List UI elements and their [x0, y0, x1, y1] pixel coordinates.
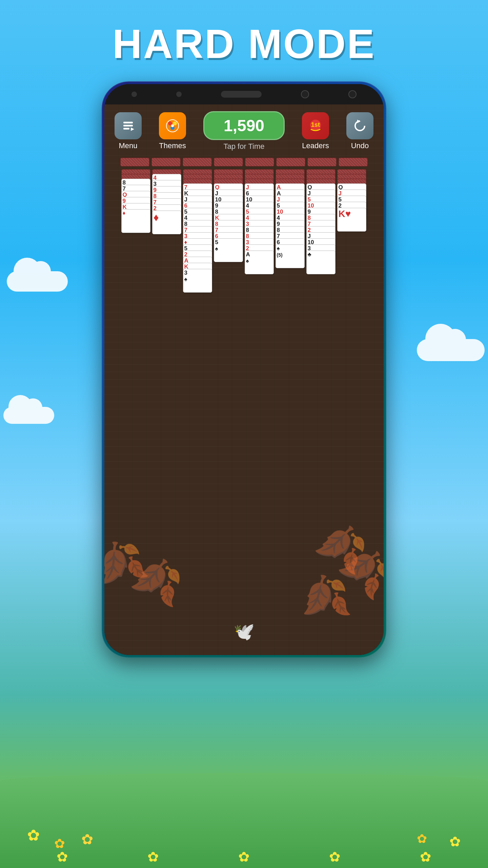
leaders-button[interactable]: 1st Leaders — [302, 112, 329, 150]
notch-dot-left — [131, 92, 137, 97]
tap-time-label: Tap for Time — [223, 142, 264, 151]
svg-rect-0 — [123, 122, 133, 123]
flower-left-3: ✿ — [81, 831, 93, 848]
score-container[interactable]: 1,590 Tap for Time — [203, 111, 285, 151]
notch-camera — [301, 90, 309, 98]
menu-button[interactable]: Menu — [115, 112, 142, 150]
col6-c11[interactable]: ♠(5) — [276, 244, 305, 268]
leaders-icon: 1st — [302, 112, 329, 139]
themes-label: Themes — [159, 141, 186, 150]
cloud-1 — [7, 271, 68, 292]
col-8: Q♠ J♦ 5♠ 2♠ K♥ — [337, 169, 367, 293]
svg-rect-1 — [123, 125, 133, 126]
col-3: 7♥ K♣ J♣ 6♥ 5♠ 4♠ 8♠ 7♣ 3♦ ♦ 5♠ 2♥ — [183, 169, 213, 293]
phone-notch — [104, 84, 384, 104]
col3-c15[interactable]: 3♠ — [183, 269, 212, 293]
flower-4: ✿ — [329, 849, 341, 865]
flower-3: ✿ — [238, 849, 250, 865]
cloud-2 — [3, 407, 54, 424]
flower-right-2: ✿ — [417, 832, 427, 846]
foundation-slot-1 — [120, 158, 149, 166]
svg-marker-11 — [357, 120, 361, 123]
foundation-slot-5 — [245, 158, 274, 166]
leaf-2: 🍂 — [126, 551, 187, 610]
col-4: Q♥ J♥ 10♠ 9♣ 8♣ K♠ 8♥ 7♥ 6♦ 5♠ — [214, 169, 244, 293]
col2-c7[interactable]: ♦ — [152, 211, 181, 234]
leaf-5: 🍂 — [309, 515, 373, 578]
game-screen: 🍂 🍂 🍂 🍂 🍂 Menu — [104, 84, 384, 655]
col8-c5[interactable]: K♥ — [337, 208, 366, 232]
foundation-slot-4 — [214, 158, 243, 166]
svg-rect-2 — [123, 128, 129, 130]
grass-flowers: ✿ ✿ ✿ ✿ ✿ — [0, 849, 488, 865]
flower-2: ✿ — [147, 849, 159, 865]
undo-button[interactable]: Undo — [346, 112, 373, 150]
notch-camera-2 — [348, 90, 357, 98]
themes-button[interactable]: Themes — [159, 112, 186, 150]
foundation-row — [109, 158, 379, 166]
flower-right-1: ✿ — [449, 834, 461, 849]
bird-icon: 🕊️ — [233, 622, 255, 642]
tableau: 8♣ 7♣ Q♦ 9♥ K♦ ♦ 4♥ 3♠ — [109, 169, 379, 293]
toolbar: Menu Themes — [104, 104, 384, 158]
flower-5: ✿ — [420, 849, 431, 865]
foundation-slot-7 — [307, 158, 337, 166]
col4-c10[interactable]: 5♠ — [214, 238, 243, 262]
foundation-slot-3 — [183, 158, 212, 166]
svg-marker-3 — [131, 127, 134, 131]
grass: ✿ ✿ ✿ ✿ ✿ — [0, 773, 488, 868]
col5-c12[interactable]: A♠ — [245, 251, 274, 274]
foundation-slot-2 — [151, 158, 181, 166]
col-1: 8♣ 7♣ Q♦ 9♥ K♦ ♦ — [121, 169, 151, 293]
leaders-label: Leaders — [302, 141, 329, 150]
svg-point-8 — [171, 124, 174, 127]
notch-speaker — [221, 91, 262, 98]
col-2: 4♥ 3♠ 9♦ 8♦ 7♦ 2♦ ♦ — [152, 169, 182, 293]
menu-label: Menu — [119, 141, 137, 150]
notch-dot-right — [176, 92, 182, 97]
col1-c6[interactable]: ♦ — [121, 209, 150, 233]
undo-label: Undo — [351, 141, 369, 150]
flower-left-2: ✿ — [54, 836, 65, 851]
col-6: A♦ A♣ J♥ 5♠ 10♥ 4♠ 9♥ 8♣ 7♣ 6♠ ♠(5) — [276, 169, 305, 293]
flower-1: ✿ — [57, 849, 68, 865]
col-7: Q♣ J♣ 5♠ 10♦ 9♦ 8♦ 7♦ 2♦ J♠ 10♣ 3♣ ♣ — [306, 169, 336, 293]
phone-frame: 🍂 🍂 🍂 🍂 🍂 Menu — [102, 81, 386, 658]
foundation-slot-8 — [339, 158, 368, 166]
phone-screen: 🍂 🍂 🍂 🍂 🍂 Menu — [104, 84, 384, 655]
cloud-3 — [417, 339, 485, 361]
menu-icon — [115, 112, 142, 139]
col7-c12[interactable]: ♣ — [306, 251, 336, 274]
undo-icon — [346, 112, 373, 139]
leaf-4: 🍂 — [295, 569, 353, 625]
page-title: HARD MODE — [0, 0, 488, 67]
themes-icon — [159, 112, 186, 139]
score-display: 1,590 — [203, 111, 285, 140]
leaf-1: 🍂 — [104, 532, 152, 595]
foundation-slot-6 — [276, 158, 305, 166]
flower-left-1: ✿ — [27, 826, 40, 844]
svg-text:1st: 1st — [311, 121, 320, 128]
cards-area: 8♣ 7♣ Q♦ 9♥ K♦ ♦ 4♥ 3♠ — [104, 158, 384, 293]
leaf-3: 🍂 — [331, 537, 384, 604]
col-5: J♦ 6♣ 10♣ 4♣ 5♥ 4♥ 3♥ 8♠ 8♣ 3♥ 2♥ A♠ — [245, 169, 274, 293]
